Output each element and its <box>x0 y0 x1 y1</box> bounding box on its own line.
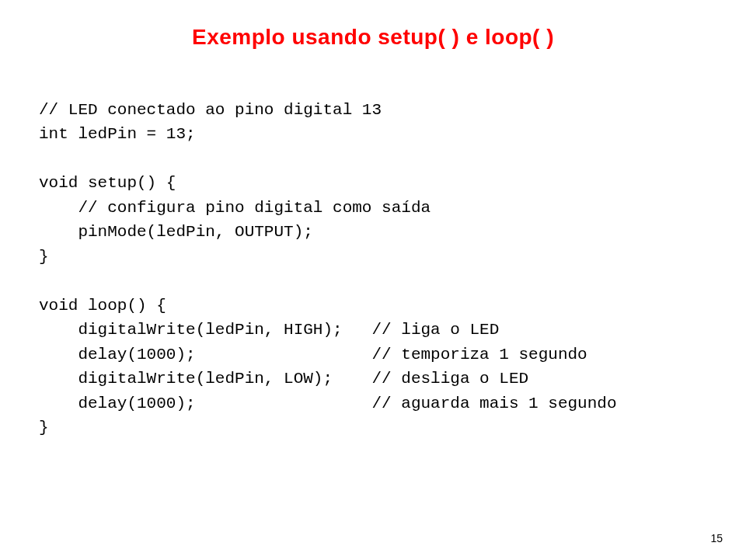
code-line: } <box>39 419 49 437</box>
code-line: digitalWrite(ledPin, HIGH); // liga o LE… <box>39 321 499 339</box>
code-line: // LED conectado ao pino digital 13 <box>39 101 382 119</box>
code-line: void loop() { <box>39 297 166 315</box>
code-line: // configura pino digital como saída <box>39 199 431 217</box>
page-number: 15 <box>710 532 723 544</box>
code-line: pinMode(ledPin, OUTPUT); <box>39 223 313 241</box>
code-line: void setup() { <box>39 174 176 192</box>
code-line: delay(1000); // aguarda mais 1 segundo <box>39 395 617 412</box>
slide-title: Exemplo usando setup( ) e loop( ) <box>39 25 707 50</box>
code-line: delay(1000); // temporiza 1 segundo <box>39 346 587 363</box>
code-block: // LED conectado ao pino digital 13 int … <box>39 73 707 440</box>
code-line: int ledPin = 13; <box>39 125 196 143</box>
code-line: digitalWrite(ledPin, LOW); // desliga o … <box>39 370 528 388</box>
code-line: } <box>39 248 49 266</box>
